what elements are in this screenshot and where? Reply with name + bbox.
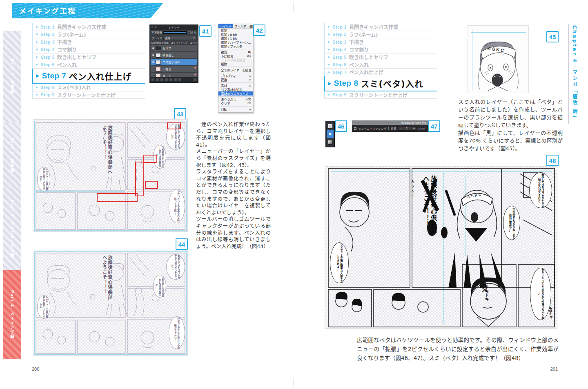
submenu-arrow-icon: ▶: [249, 78, 251, 81]
speech-bubble-warning: 一応忠告したからねーあとは自己責任で…: [503, 206, 520, 240]
club-initials-vertical: ＡＳＫＣ: [410, 180, 414, 225]
minus-icon: -: [400, 127, 401, 130]
layer-row-serifu: セリフ: [151, 45, 197, 51]
step-arrow-icon: ▶: [36, 33, 38, 36]
page-number-right: 201: [543, 367, 558, 371]
antialias-checkbox: [354, 127, 356, 130]
menu-item-clear: クリア⌫: [218, 102, 253, 106]
figure-badge-45: 45: [546, 31, 559, 42]
speech-bubble-warning: 一応忠告したからねーあとは自己責任で…: [153, 275, 166, 298]
menu-divider: [218, 49, 253, 49]
menu-divider: [218, 73, 253, 73]
manga-title-vertical: 放課後好奇心倶楽部へようこそ！！！: [94, 255, 112, 303]
step-item-5: ▶Step 5吹き出しとセリフ: [32, 53, 145, 61]
page-split-mark-top: [294, 2, 294, 11]
menu-item-add-halftone: 追加 / ハーフトーン...: [218, 40, 253, 44]
menu-divider: [218, 96, 253, 97]
blend-select: 通常▾: [163, 36, 196, 40]
speech-bubble-transfer: 転校してきたばっかりだから知らないだろうけど: [529, 172, 552, 208]
up-down-icon: [174, 78, 177, 82]
visibility-icon: [152, 61, 154, 63]
layer-thumbnail: [156, 60, 161, 64]
menu-item-add-1bit: 追加 / 1 bit: [218, 36, 253, 40]
step-arrow-icon: ▶: [36, 93, 38, 96]
figure-caption: 広範囲なベタはバケツツールを使うと効率的です。その際、ウィンドウ上部のメニューの…: [357, 336, 559, 362]
layer-row-komawari-selected: コマ割り @6: [151, 59, 197, 65]
figure-badge-46: 46: [335, 120, 347, 132]
menu-select: 選択範囲: [248, 24, 253, 28]
sidebar-part-3: Part 3 ウェブサービス編: [3, 188, 21, 270]
layer-thumbnail: [156, 67, 161, 71]
highlight-rect: [135, 162, 144, 196]
opacity-slider-fill: [164, 32, 186, 33]
step-arrow-icon: ▶: [328, 56, 330, 59]
figure-badge-42: 42: [253, 24, 265, 36]
layers-panel-titlebar: ✕ ⧉レイヤー: [150, 25, 198, 30]
page-split-mark-bottom: [294, 378, 294, 387]
paragraph: ラスタライズをすることによりコマ素材が画像化され、消すことができるようになります…: [196, 169, 271, 216]
inked-sketch: [325, 167, 557, 329]
step-item-9: ▶Step 9スクリーントーンと仕上げ: [324, 91, 437, 99]
folder-add-icon: [169, 78, 173, 82]
duplicate-layer-icon: [156, 78, 159, 82]
sidebar-part-2-label: Part 2 操作編: [10, 138, 15, 173]
app-titlebar: MediBang Paint Pro: [352, 120, 428, 125]
chapter-title: Chapter 4 マンガ「唐牧 輝」: [571, 25, 578, 122]
sidebar-part-1: Part 1 準備編: [3, 31, 21, 122]
menu-item-property: プロパティ▶: [218, 74, 253, 78]
draft-dot-icon: [194, 73, 196, 76]
layer-list: セリフ 吹き出し コマ割り @6 下書き ネーム: [151, 45, 197, 79]
speech-bubble-lecture: レクチャーの後に簡単な入部テストですわよ♡: [330, 242, 349, 283]
step-arrow-icon: ▶: [36, 56, 38, 59]
sfx-dokidoki: ドキドキ: [483, 285, 490, 314]
highlight-rect: [143, 155, 157, 163]
step-item-6: ▶Step 6ペン入れ: [324, 61, 437, 69]
paragraph: メニューバーの「レイヤー」から「素材のラスタライズ」を選択します（図42、43）…: [196, 148, 271, 169]
speech-bubble-transfer: 転校してきたばっかりだから知らないだろうけど: [166, 254, 185, 280]
menu-divider: [218, 82, 253, 83]
submenu-arrow-icon: ▶: [249, 75, 251, 77]
step-arrow-icon: ▶: [328, 63, 330, 66]
figure-43-manga-pencil: 放課後好奇心倶楽部へようこそ！！！ 転校してきたばっかりだから知らないだろうけど…: [33, 119, 188, 232]
bucket-tool-active: [327, 130, 334, 138]
visibility-icon: [152, 47, 154, 49]
chapter-rule: [568, 24, 569, 124]
figure-48-manga-inked: 放課後好奇心倶楽部へようこそ！！！ ＡＳＫＣ ASKC 転校してきたばっかりだか…: [325, 166, 557, 329]
blend-row: ブレンド 通常▾: [150, 35, 198, 40]
figure-badge-41: 41: [199, 25, 212, 37]
step-item-4: ▶Step 4コマ割り: [324, 46, 437, 54]
step-arrow-icon: ▶: [328, 48, 330, 51]
speech-bubble-lecture: レクチャーの後に簡単な入部テストですわよ♡: [37, 167, 50, 191]
menu-layer: レイヤー: [218, 24, 233, 28]
step-item-3: ▶Step 3下描き: [32, 38, 145, 46]
step-item-2: ▶Step 2ラフ(ネーム): [32, 31, 145, 39]
submenu-arrow-icon: ▶: [249, 108, 251, 111]
bucket-icon: [327, 131, 333, 137]
figure-badge-47: 47: [428, 120, 440, 132]
figure-46-toolbar: [325, 121, 335, 147]
figure-badge-43: 43: [174, 108, 186, 120]
figure-badge-44: 44: [176, 238, 188, 250]
layer-option-checkboxes: 透明度を保護 クリッピング ロック: [150, 40, 198, 45]
plus-icon: +: [413, 127, 415, 130]
sidebar-part-3-label: Part 3 ウェブサービス編: [10, 200, 15, 258]
figure-badge-48: 48: [546, 155, 559, 166]
menu-item-rotate: 回転▶: [218, 107, 253, 111]
opacity-value: 100 %: [188, 31, 196, 34]
step-item-8-active: ▶Step 8スミ(ベタ)入れ: [324, 76, 437, 91]
sidebar-part-1-label: Part 1 準備編: [10, 59, 15, 94]
unit-label: pixel: [419, 127, 425, 130]
step-arrow-icon: ▶: [36, 63, 38, 66]
expand-value: 2: [406, 127, 408, 130]
step-list-left: ▶Step 1見開きキャンバス作成 ▶Step 2ラフ(ネーム) ▶Step 3…: [32, 23, 145, 99]
step-item-9: ▶Step 9スクリーントーンと仕上げ: [32, 91, 145, 99]
step-arrow-icon: ▶: [36, 73, 39, 78]
step-arrow-icon: ▶: [36, 86, 38, 89]
figure-45-inking-closeup: ASKC: [468, 25, 529, 93]
manga-title-vertical: 放課後好奇心倶楽部へようこそ！！！: [416, 176, 437, 237]
sidebar-part-4-label: Part 4 メイキング編: [10, 290, 15, 339]
menu-item-add-panel-material: コマ素材の追加...: [218, 88, 253, 92]
paragraph: スミ入れのレイヤー（ここでは「ベタ」という名前にしました）を作成し、ツールバーの…: [458, 98, 563, 129]
speech-bubble-personality: わかっとっても止められん性格っちゃんね♪: [169, 189, 185, 223]
step-item-2: ▶Step 2ラフ(ネーム): [324, 31, 437, 39]
